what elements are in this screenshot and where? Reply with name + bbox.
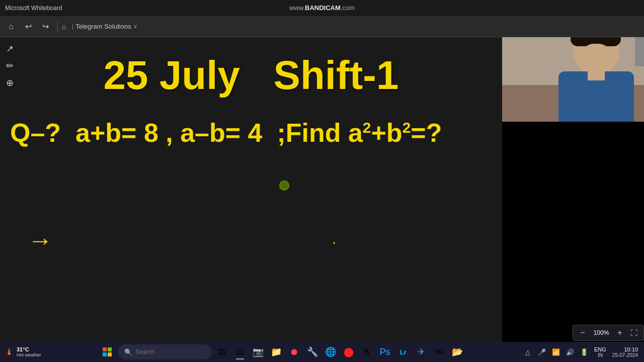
- windows-logo-cell: [103, 352, 107, 356]
- clock-widget[interactable]: 10:10 25-07-2024: [610, 346, 640, 358]
- app-toolbar: ⌂ ↩ ↪ ⌂ | Telegram Solutions ∨: [0, 16, 644, 37]
- zoom-control: − 100% + ⛶: [573, 325, 644, 341]
- clock-date: 25-07-2024: [612, 352, 638, 358]
- mic-icon[interactable]: 🎤: [536, 346, 548, 358]
- taskbar-search-bar[interactable]: 🔍: [118, 344, 212, 359]
- add-tool-button[interactable]: ⊕: [2, 75, 17, 90]
- zoom-level-display: 100%: [591, 329, 611, 336]
- taskbar-icon-cursor[interactable]: 🖱: [359, 344, 375, 360]
- redo-button[interactable]: ↪: [38, 20, 52, 34]
- taskbar-icon-camera[interactable]: 📷: [250, 344, 266, 360]
- home-button[interactable]: ⌂: [4, 20, 18, 34]
- whiteboard-problem: Q–? a+b= 8 , a–b= 4 ;Find a2+b2=?: [10, 118, 442, 148]
- taskbar-icon-tools[interactable]: 🔧: [304, 344, 320, 360]
- left-toolbar: ↗ ✏ ⊕: [0, 37, 19, 95]
- taskbar-icon-red[interactable]: ⬤: [341, 344, 357, 360]
- taskbar-icon-mail[interactable]: ✉: [431, 344, 447, 360]
- taskbar-icon-telegram[interactable]: ✈: [413, 344, 429, 360]
- taskbar-icon-chrome[interactable]: 🌐: [323, 344, 339, 360]
- zoom-out-button[interactable]: −: [577, 327, 588, 338]
- pen-tool-button[interactable]: ✏: [2, 58, 17, 73]
- windows-logo-cell: [108, 347, 112, 351]
- volume-icon[interactable]: 🔊: [564, 346, 576, 358]
- windows-logo-cell: [108, 352, 112, 356]
- search-icon: 🔍: [124, 348, 132, 356]
- zoom-fit-button[interactable]: ⛶: [628, 328, 639, 338]
- weather-info: 31°C Hot weather: [17, 346, 41, 357]
- whiteboard-canvas[interactable]: 25 July Shift-1 Q–? a+b= 8 , a–b= 4 ;Fin…: [0, 37, 502, 362]
- cursor-indicator: [279, 180, 289, 191]
- titlebar-title: Microsoft Whiteboard: [5, 5, 62, 12]
- whiteboard-arrow: →: [28, 226, 53, 255]
- titlebar: Microsoft Whiteboard www.BANDICAM.com: [0, 0, 644, 16]
- taskbar-icon-explorer[interactable]: 🗂: [232, 344, 248, 360]
- search-input[interactable]: [135, 348, 206, 355]
- task-view-button[interactable]: ⧉: [214, 344, 230, 360]
- breadcrumb-text: Telegram Solutions: [75, 23, 131, 30]
- show-hidden-icons-button[interactable]: △: [522, 346, 534, 358]
- weather-description: Hot weather: [17, 352, 41, 357]
- weather-widget[interactable]: 🌡 31°C Hot weather: [0, 346, 46, 357]
- taskbar-right: △ 🎤 📶 🔊 🔋 ENG IN 10:10 25-07-2024: [518, 346, 644, 358]
- taskbar-icon-ps[interactable]: Lr: [395, 344, 411, 360]
- language-region: IN: [594, 352, 606, 358]
- language-code: ENG: [594, 346, 606, 352]
- undo-button[interactable]: ↩: [21, 20, 35, 34]
- network-icon[interactable]: 📶: [550, 346, 562, 358]
- whiteboard-dot: ·: [332, 233, 336, 250]
- taskbar: 🌡 31°C Hot weather 🔍 ⧉ 🗂 📷 📁 ⏺ 🔧: [0, 342, 644, 362]
- taskbar-center: 🔍 ⧉ 🗂 📷 📁 ⏺ 🔧 🌐 ⬤ 🖱 Ps Lr ✈ ✉ 📂: [46, 343, 518, 361]
- whiteboard-title: 25 July Shift-1: [104, 52, 399, 99]
- taskbar-icon-files[interactable]: 📁: [268, 344, 284, 360]
- breadcrumb-separator: |: [72, 23, 73, 30]
- home-icon: ⌂: [62, 23, 70, 31]
- taskbar-icon-record[interactable]: ⏺: [286, 344, 302, 360]
- chevron-down-icon[interactable]: ∨: [133, 23, 137, 30]
- start-button[interactable]: [98, 343, 116, 361]
- select-tool-button[interactable]: ↗: [2, 41, 17, 56]
- weather-temperature: 31°C: [17, 346, 41, 352]
- bandicam-watermark: www.BANDICAM.com: [289, 0, 355, 16]
- weather-icon: 🌡: [5, 347, 14, 357]
- taskbar-icon-folder[interactable]: 📂: [449, 344, 465, 360]
- door-handle: [635, 36, 644, 66]
- zoom-in-button[interactable]: +: [614, 327, 625, 338]
- battery-icon[interactable]: 🔋: [578, 346, 590, 358]
- language-widget[interactable]: ENG IN: [592, 346, 608, 358]
- breadcrumb-container: ⌂ | Telegram Solutions ∨: [57, 21, 141, 33]
- windows-logo-cell: [103, 347, 107, 351]
- taskbar-icon-photoshop[interactable]: Ps: [377, 344, 393, 360]
- clock-time: 10:10: [612, 346, 638, 352]
